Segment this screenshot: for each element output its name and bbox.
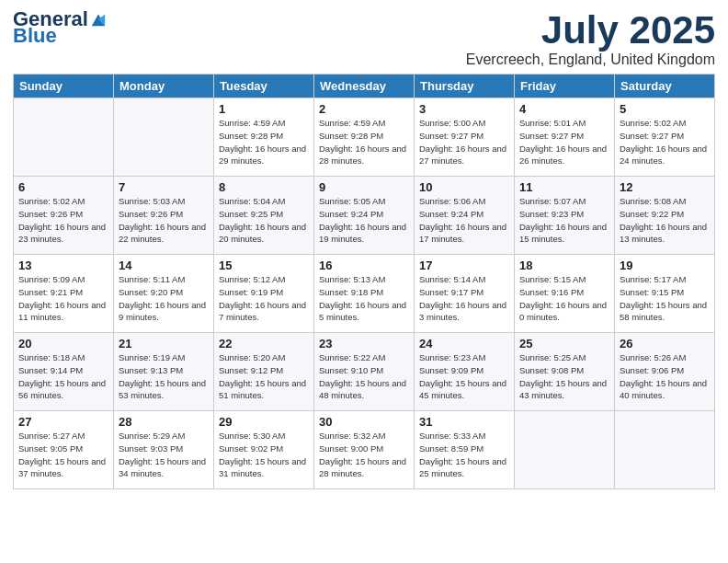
week-row-1: 1Sunrise: 4:59 AMSunset: 9:28 PMDaylight…	[14, 98, 715, 177]
day-info: Sunrise: 5:03 AMSunset: 9:26 PMDaylight:…	[119, 195, 209, 246]
day-number: 19	[620, 259, 710, 272]
day-info: Sunrise: 5:00 AMSunset: 9:27 PMDaylight:…	[419, 117, 509, 167]
day-cell: 20Sunrise: 5:18 AMSunset: 9:14 PMDayligh…	[14, 333, 114, 411]
day-number: 17	[419, 259, 509, 272]
day-number: 27	[18, 415, 108, 429]
day-cell: 14Sunrise: 5:11 AMSunset: 9:20 PMDayligh…	[114, 255, 214, 333]
day-cell: 28Sunrise: 5:29 AMSunset: 9:03 PMDayligh…	[114, 411, 214, 489]
calendar-table: SundayMondayTuesdayWednesdayThursdayFrid…	[13, 74, 715, 489]
day-number: 21	[119, 337, 209, 350]
day-info: Sunrise: 5:17 AMSunset: 9:15 PMDaylight:…	[620, 273, 710, 324]
weekday-header-tuesday: Tuesday	[214, 75, 314, 98]
week-row-5: 27Sunrise: 5:27 AMSunset: 9:05 PMDayligh…	[14, 411, 715, 489]
day-info: Sunrise: 5:23 AMSunset: 9:09 PMDaylight:…	[419, 351, 509, 402]
day-cell: 11Sunrise: 5:07 AMSunset: 9:23 PMDayligh…	[515, 177, 615, 255]
day-cell: 29Sunrise: 5:30 AMSunset: 9:02 PMDayligh…	[214, 411, 314, 489]
day-cell: 24Sunrise: 5:23 AMSunset: 9:09 PMDayligh…	[415, 333, 515, 411]
page: General Blue July 2025 Evercreech, Engla…	[0, 0, 728, 563]
day-cell: 27Sunrise: 5:27 AMSunset: 9:05 PMDayligh…	[14, 411, 114, 489]
week-row-3: 13Sunrise: 5:09 AMSunset: 9:21 PMDayligh…	[14, 255, 715, 333]
day-cell	[515, 411, 615, 489]
day-number: 3	[419, 102, 509, 116]
day-cell: 22Sunrise: 5:20 AMSunset: 9:12 PMDayligh…	[214, 333, 314, 411]
logo-icon	[90, 11, 107, 28]
day-number: 16	[319, 259, 409, 272]
day-number: 20	[18, 337, 108, 350]
week-row-2: 6Sunrise: 5:02 AMSunset: 9:26 PMDaylight…	[14, 177, 715, 255]
day-info: Sunrise: 5:13 AMSunset: 9:18 PMDaylight:…	[319, 273, 409, 324]
day-cell	[615, 411, 715, 489]
day-cell: 12Sunrise: 5:08 AMSunset: 9:22 PMDayligh…	[615, 177, 715, 255]
day-number: 1	[219, 102, 309, 116]
day-info: Sunrise: 5:19 AMSunset: 9:13 PMDaylight:…	[119, 351, 209, 402]
day-cell: 21Sunrise: 5:19 AMSunset: 9:13 PMDayligh…	[114, 333, 214, 411]
day-info: Sunrise: 5:27 AMSunset: 9:05 PMDaylight:…	[18, 430, 108, 480]
day-info: Sunrise: 5:25 AMSunset: 9:08 PMDaylight:…	[519, 351, 609, 402]
day-info: Sunrise: 4:59 AMSunset: 9:28 PMDaylight:…	[219, 117, 309, 167]
week-row-4: 20Sunrise: 5:18 AMSunset: 9:14 PMDayligh…	[14, 333, 715, 411]
day-cell: 2Sunrise: 4:59 AMSunset: 9:28 PMDaylight…	[314, 98, 415, 177]
day-info: Sunrise: 5:06 AMSunset: 9:24 PMDaylight:…	[419, 195, 509, 246]
day-number: 29	[219, 415, 309, 429]
day-info: Sunrise: 5:12 AMSunset: 9:19 PMDaylight:…	[219, 273, 309, 324]
day-cell: 23Sunrise: 5:22 AMSunset: 9:10 PMDayligh…	[314, 333, 415, 411]
day-info: Sunrise: 5:32 AMSunset: 9:00 PMDaylight:…	[319, 430, 409, 480]
day-cell: 9Sunrise: 5:05 AMSunset: 9:24 PMDaylight…	[314, 177, 415, 255]
header: General Blue July 2025 Evercreech, Engla…	[13, 9, 715, 68]
day-number: 8	[219, 180, 309, 194]
day-number: 23	[319, 337, 409, 350]
day-info: Sunrise: 5:22 AMSunset: 9:10 PMDaylight:…	[319, 351, 409, 402]
day-cell: 3Sunrise: 5:00 AMSunset: 9:27 PMDaylight…	[415, 98, 515, 177]
title-location: Evercreech, England, United Kingdom	[466, 52, 715, 68]
day-cell: 4Sunrise: 5:01 AMSunset: 9:27 PMDaylight…	[515, 98, 615, 177]
title-month: July 2025	[466, 9, 715, 52]
day-info: Sunrise: 5:02 AMSunset: 9:26 PMDaylight:…	[18, 195, 108, 246]
day-cell: 13Sunrise: 5:09 AMSunset: 9:21 PMDayligh…	[14, 255, 114, 333]
day-number: 11	[519, 180, 609, 194]
day-number: 30	[319, 415, 409, 429]
day-info: Sunrise: 5:07 AMSunset: 9:23 PMDaylight:…	[519, 195, 609, 246]
weekday-header-monday: Monday	[114, 75, 214, 98]
day-number: 26	[620, 337, 710, 350]
weekday-header-sunday: Sunday	[14, 75, 114, 98]
day-cell: 17Sunrise: 5:14 AMSunset: 9:17 PMDayligh…	[415, 255, 515, 333]
day-info: Sunrise: 4:59 AMSunset: 9:28 PMDaylight:…	[319, 117, 409, 167]
day-number: 12	[620, 180, 710, 194]
weekday-header-thursday: Thursday	[415, 75, 515, 98]
day-info: Sunrise: 5:26 AMSunset: 9:06 PMDaylight:…	[620, 351, 710, 402]
day-info: Sunrise: 5:14 AMSunset: 9:17 PMDaylight:…	[419, 273, 509, 324]
day-info: Sunrise: 5:02 AMSunset: 9:27 PMDaylight:…	[620, 117, 710, 167]
day-info: Sunrise: 5:33 AMSunset: 8:59 PMDaylight:…	[419, 430, 509, 480]
day-number: 28	[119, 415, 209, 429]
day-number: 10	[419, 180, 509, 194]
day-cell: 25Sunrise: 5:25 AMSunset: 9:08 PMDayligh…	[515, 333, 615, 411]
day-cell: 18Sunrise: 5:15 AMSunset: 9:16 PMDayligh…	[515, 255, 615, 333]
day-cell: 15Sunrise: 5:12 AMSunset: 9:19 PMDayligh…	[214, 255, 314, 333]
day-number: 15	[219, 259, 309, 272]
day-number: 31	[419, 415, 509, 429]
day-cell: 1Sunrise: 4:59 AMSunset: 9:28 PMDaylight…	[214, 98, 314, 177]
day-info: Sunrise: 5:04 AMSunset: 9:25 PMDaylight:…	[219, 195, 309, 246]
day-info: Sunrise: 5:20 AMSunset: 9:12 PMDaylight:…	[219, 351, 309, 402]
day-number: 7	[119, 180, 209, 194]
day-cell: 30Sunrise: 5:32 AMSunset: 9:00 PMDayligh…	[314, 411, 415, 489]
day-cell	[114, 98, 214, 177]
day-info: Sunrise: 5:05 AMSunset: 9:24 PMDaylight:…	[319, 195, 409, 246]
day-cell: 16Sunrise: 5:13 AMSunset: 9:18 PMDayligh…	[314, 255, 415, 333]
weekday-header-wednesday: Wednesday	[314, 75, 415, 98]
day-cell: 6Sunrise: 5:02 AMSunset: 9:26 PMDaylight…	[14, 177, 114, 255]
day-number: 22	[219, 337, 309, 350]
day-number: 5	[620, 102, 710, 116]
weekday-header-friday: Friday	[515, 75, 615, 98]
day-number: 13	[18, 259, 108, 272]
day-number: 4	[519, 102, 609, 116]
day-info: Sunrise: 5:29 AMSunset: 9:03 PMDaylight:…	[119, 430, 209, 480]
day-number: 9	[319, 180, 409, 194]
day-info: Sunrise: 5:09 AMSunset: 9:21 PMDaylight:…	[18, 273, 108, 324]
day-cell: 31Sunrise: 5:33 AMSunset: 8:59 PMDayligh…	[415, 411, 515, 489]
day-number: 2	[319, 102, 409, 116]
day-number: 25	[519, 337, 609, 350]
day-number: 24	[419, 337, 509, 350]
logo-blue-text: Blue	[13, 26, 57, 46]
day-cell: 8Sunrise: 5:04 AMSunset: 9:25 PMDaylight…	[214, 177, 314, 255]
